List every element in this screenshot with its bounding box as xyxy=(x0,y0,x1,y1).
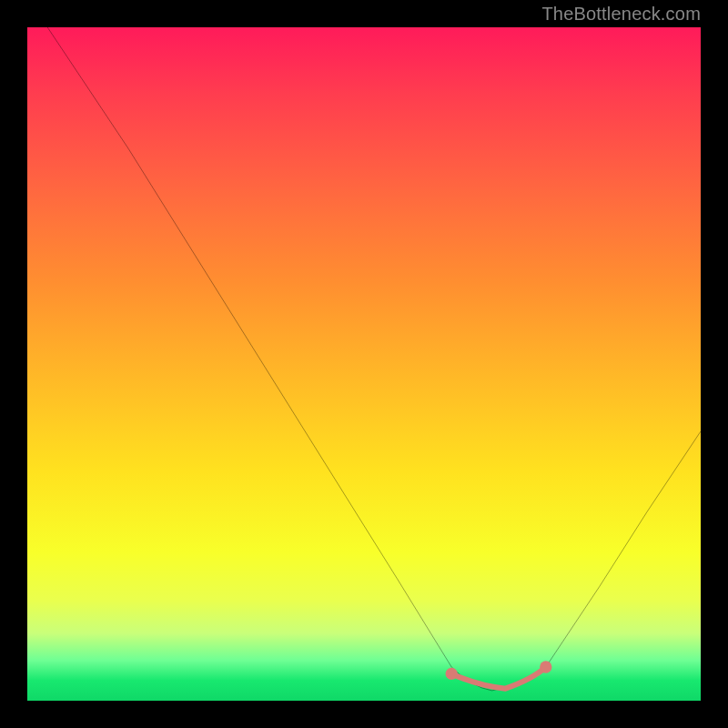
chart-frame: TheBottleneck.com xyxy=(0,0,728,728)
bottleneck-curve xyxy=(47,27,701,691)
sweet-spot-endpoint-right xyxy=(540,661,551,672)
sweet-spot-highlight xyxy=(451,667,546,689)
watermark-text: TheBottleneck.com xyxy=(541,4,701,25)
curve-layer xyxy=(27,27,701,701)
plot-area xyxy=(27,27,701,701)
sweet-spot-endpoint-left xyxy=(446,668,458,680)
